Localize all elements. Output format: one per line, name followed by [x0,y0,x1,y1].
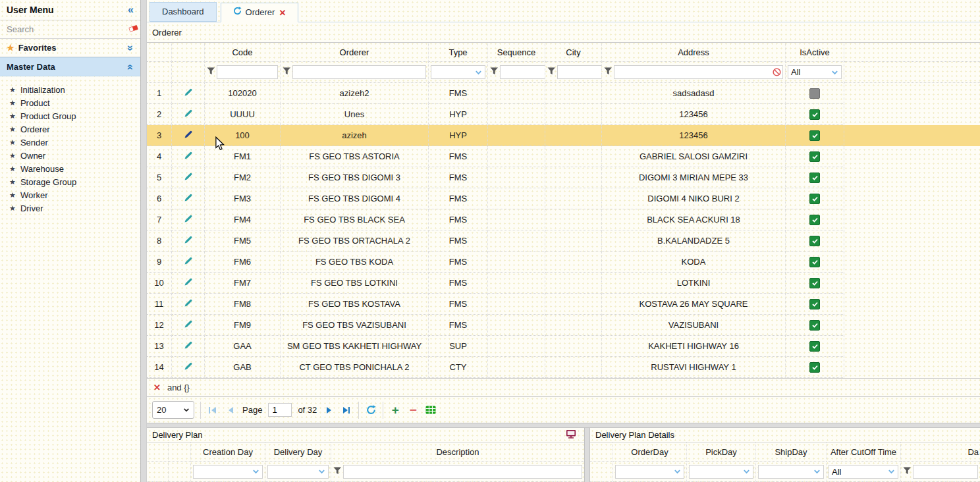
edit-pencil-icon[interactable] [184,193,193,204]
sidebar-item-warehouse[interactable]: ★Warehouse [0,162,140,175]
monitor-icon[interactable] [566,429,576,441]
sidebar-item-orderer[interactable]: ★Orderer [0,122,140,136]
table-row[interactable]: 2UUUUUnesHYP123456 [147,104,980,125]
sidebar-item-product[interactable]: ★Product [0,96,140,109]
page-size-select[interactable]: 20 [152,401,194,419]
edit-pencil-icon[interactable] [184,109,193,120]
filter-funnel-icon[interactable] [207,67,215,77]
sidebar-item-owner[interactable]: ★Owner [0,149,140,162]
edit-pencil-icon[interactable] [184,256,193,267]
filter-select-creation-day[interactable] [193,465,263,479]
filter-funnel-icon[interactable] [283,67,291,77]
master-data-collapse-icon[interactable]: « [126,64,136,70]
column-header-city[interactable]: City [545,43,602,62]
edit-pencil-icon[interactable] [184,340,193,352]
table-row[interactable]: 11FM8FS GEO TBS KOSTAVAFMSKOSTAVA 26 MAY… [147,294,980,315]
edit-pencil-icon[interactable] [184,151,193,162]
column-header-address[interactable]: Address [602,43,786,62]
filter-select-isactive[interactable]: All [788,65,842,79]
filter-input-description[interactable] [343,465,582,479]
sidebar-item-initialization[interactable]: ★Initialization [0,83,140,96]
edit-pencil-icon[interactable] [184,130,193,141]
sidebar-collapse-icon[interactable]: « [128,5,134,15]
column-header-shipday[interactable]: ShipDay [756,442,827,462]
tab-orderer[interactable]: Orderer ✕ [221,3,299,22]
column-header-delivery-day[interactable]: Delivery Day [265,442,331,462]
table-row[interactable]: 14GABCT GEO TBS PONICHALA 2CTYRUSTAVI HI… [147,357,980,378]
sidebar-item-sender[interactable]: ★Sender [0,136,140,149]
filter-select-delivery-day[interactable] [267,465,329,479]
horizontal-splitter[interactable] [147,423,980,428]
tab-dashboard[interactable]: Dashboard [150,2,217,22]
tab-refresh-icon[interactable] [233,3,242,22]
column-header-orderer[interactable]: Orderer [281,43,429,62]
panel-splitter[interactable] [584,428,590,482]
table-row[interactable]: 7FM4FS GEO TBS BLACK SEAFMSBLACK SEA ACK… [147,209,980,230]
edit-pencil-icon[interactable] [184,298,193,309]
table-row[interactable]: 4FM1FS GEO TBS ASTORIAFMSGABRIEL SALOSI … [147,146,980,167]
table-row[interactable]: 12FM9FS GEO TBS VAZISUBANIFMSVAZISUBANI [147,315,980,336]
filter-input-code[interactable] [217,65,278,79]
filter-funnel-icon[interactable] [903,467,912,477]
filter-input-sequence[interactable] [500,65,545,79]
table-row[interactable]: 1102020azizeh2FMSsadsadasd [147,83,980,104]
page-number-input[interactable] [268,403,292,417]
sidebar-item-product-group[interactable]: ★Product Group [0,109,140,122]
edit-pencil-icon[interactable] [184,88,193,99]
column-header-isactive[interactable]: IsActive [786,43,844,62]
table-row[interactable]: 8FM5FS GEO TBS ORTACHALA 2FMSB.KALANDADZ… [147,230,980,252]
first-page-button[interactable] [207,404,219,416]
add-row-button[interactable]: + [389,404,401,416]
filter-input-city[interactable] [557,65,602,79]
prev-page-button[interactable] [225,404,236,416]
favorites-expand-icon[interactable]: » [126,45,136,51]
edit-pencil-icon[interactable] [184,235,193,246]
column-header-sequence[interactable]: Sequence [488,43,545,62]
filter-funnel-icon[interactable] [333,467,342,477]
column-header-partial[interactable]: Da [901,442,980,462]
filter-select-shipday[interactable] [758,465,824,479]
edit-pencil-icon[interactable] [184,362,193,373]
refresh-button[interactable] [365,404,377,416]
filter-input-orderer[interactable] [292,65,426,79]
last-page-button[interactable] [340,404,352,416]
edit-pencil-icon[interactable] [184,172,193,183]
sidebar-item-worker[interactable]: ★Worker [0,188,140,201]
column-header-code[interactable]: Code [205,43,281,62]
next-page-button[interactable] [323,404,335,416]
table-row[interactable]: 5FM2FS GEO TBS DIGOMI 3FMSDIGOMI 3 MIRIA… [147,167,980,188]
tab-close-icon[interactable]: ✕ [279,9,286,17]
table-row[interactable]: 3100azizehHYP123456 [147,125,980,146]
sidebar-item-driver[interactable]: ★Driver [0,201,140,215]
edit-pencil-icon[interactable] [184,214,193,225]
filter-input-partial[interactable] [913,465,978,479]
filter-funnel-icon[interactable] [604,67,612,77]
column-header-type[interactable]: Type [429,43,488,62]
column-header-creation-day[interactable]: Creation Day [191,442,265,462]
table-row[interactable]: 13GAASM GEO TBS KAKHETI HIGHWAYSUPKAKHET… [147,336,980,357]
column-header-after-cutoff[interactable]: After CutOff Time [827,442,901,462]
filter-funnel-icon[interactable] [490,67,499,77]
clear-filter-icon[interactable]: ✕ [153,383,161,392]
table-row[interactable]: 10FM7FS GEO TBS LOTKINIFMSLOTKINI [147,273,980,294]
edit-pencil-icon[interactable] [184,277,193,288]
edit-pencil-icon[interactable] [184,319,193,331]
filter-select-pickday[interactable] [689,465,753,479]
grid-view-button[interactable] [425,404,437,416]
sidebar-item-favorites[interactable]: ★ Favorites » [0,39,140,57]
search-input[interactable] [5,24,124,35]
filter-select-type[interactable] [431,65,485,79]
sidebar-splitter[interactable] [140,0,147,482]
table-row[interactable]: 6FM3FS GEO TBS DIGOMI 4FMSDIGOMI 4 NIKO … [147,188,980,209]
filter-select-after-cutoff[interactable]: All [829,465,898,479]
column-header-orderday[interactable]: OrderDay [613,442,687,462]
sidebar-section-master-data[interactable]: Master Data « [0,57,140,76]
filter-input-address[interactable] [614,65,783,79]
sidebar-item-storage-group[interactable]: ★Storage Group [0,175,140,188]
filter-funnel-icon[interactable] [547,67,556,77]
table-row[interactable]: 9FM6FS GEO TBS KODAFMSKODA [147,252,980,273]
column-header-pickday[interactable]: PickDay [687,442,756,462]
remove-row-button[interactable]: − [407,404,419,416]
search-clear-icon[interactable] [128,24,139,35]
column-header-description[interactable]: Description [331,442,584,462]
